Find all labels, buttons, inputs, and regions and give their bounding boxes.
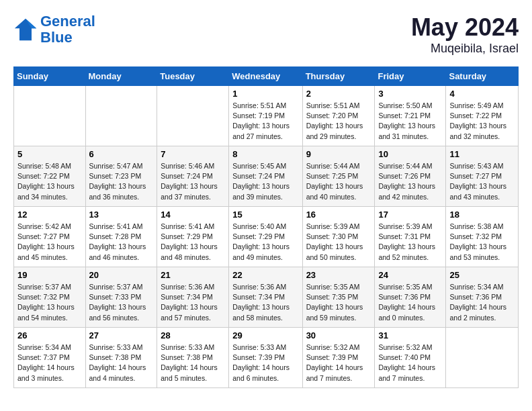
day-info: Sunrise: 5:38 AMSunset: 7:32 PMDaylight:… — [449, 222, 515, 263]
day-info: Sunrise: 5:48 AMSunset: 7:22 PMDaylight:… — [17, 161, 82, 202]
day-number: 28 — [161, 330, 225, 340]
day-info: Sunrise: 5:34 AMSunset: 7:37 PMDaylight:… — [17, 342, 82, 383]
day-info: Sunrise: 5:49 AMSunset: 7:22 PMDaylight:… — [449, 101, 515, 142]
calendar-cell: 18Sunrise: 5:38 AMSunset: 7:32 PMDayligh… — [446, 207, 519, 267]
calendar-cell — [157, 86, 229, 146]
day-info: Sunrise: 5:46 AMSunset: 7:24 PMDaylight:… — [161, 161, 225, 202]
day-info: Sunrise: 5:44 AMSunset: 7:26 PMDaylight:… — [378, 161, 442, 202]
day-number: 29 — [232, 330, 298, 340]
calendar-cell: 9Sunrise: 5:44 AMSunset: 7:25 PMDaylight… — [302, 146, 375, 207]
logo-text: General Blue — [40, 13, 95, 46]
calendar-cell: 26Sunrise: 5:34 AMSunset: 7:37 PMDayligh… — [14, 328, 86, 388]
logo-blue: Blue — [40, 29, 73, 46]
day-number: 10 — [378, 149, 442, 159]
calendar-cell — [14, 86, 86, 146]
day-info: Sunrise: 5:37 AMSunset: 7:32 PMDaylight:… — [17, 282, 82, 323]
calendar-cell: 10Sunrise: 5:44 AMSunset: 7:26 PMDayligh… — [375, 146, 446, 207]
day-info: Sunrise: 5:39 AMSunset: 7:30 PMDaylight:… — [306, 222, 371, 263]
day-info: Sunrise: 5:50 AMSunset: 7:21 PMDaylight:… — [378, 101, 442, 142]
calendar-cell: 3Sunrise: 5:50 AMSunset: 7:21 PMDaylight… — [375, 86, 446, 146]
weekday-header-thursday: Thursday — [302, 67, 375, 86]
day-number: 13 — [89, 210, 154, 220]
calendar-cell: 21Sunrise: 5:36 AMSunset: 7:34 PMDayligh… — [157, 267, 229, 328]
day-info: Sunrise: 5:32 AMSunset: 7:40 PMDaylight:… — [378, 342, 442, 383]
day-number: 2 — [306, 89, 371, 99]
calendar-cell: 6Sunrise: 5:47 AMSunset: 7:23 PMDaylight… — [85, 146, 157, 207]
calendar-cell: 30Sunrise: 5:32 AMSunset: 7:39 PMDayligh… — [302, 328, 375, 388]
day-info: Sunrise: 5:35 AMSunset: 7:35 PMDaylight:… — [306, 282, 371, 323]
day-info: Sunrise: 5:40 AMSunset: 7:29 PMDaylight:… — [232, 222, 298, 263]
day-info: Sunrise: 5:51 AMSunset: 7:20 PMDaylight:… — [306, 101, 371, 142]
day-number: 16 — [306, 210, 371, 220]
location: Muqeibila, Israel — [411, 42, 519, 56]
day-number: 1 — [232, 89, 298, 99]
day-number: 4 — [449, 89, 515, 99]
calendar-cell: 7Sunrise: 5:46 AMSunset: 7:24 PMDaylight… — [157, 146, 229, 207]
calendar-cell: 11Sunrise: 5:43 AMSunset: 7:27 PMDayligh… — [446, 146, 519, 207]
day-info: Sunrise: 5:44 AMSunset: 7:25 PMDaylight:… — [306, 161, 371, 202]
day-number: 8 — [232, 149, 298, 159]
logo: General Blue — [13, 13, 95, 46]
day-info: Sunrise: 5:36 AMSunset: 7:34 PMDaylight:… — [232, 282, 298, 323]
day-number: 18 — [449, 210, 515, 220]
day-number: 25 — [449, 270, 515, 280]
day-number: 11 — [449, 149, 515, 159]
day-number: 26 — [17, 330, 82, 340]
calendar-cell: 19Sunrise: 5:37 AMSunset: 7:32 PMDayligh… — [14, 267, 86, 328]
calendar-cell: 17Sunrise: 5:39 AMSunset: 7:31 PMDayligh… — [375, 207, 446, 267]
calendar-cell — [85, 86, 157, 146]
day-number: 22 — [232, 270, 298, 280]
day-info: Sunrise: 5:33 AMSunset: 7:38 PMDaylight:… — [161, 342, 225, 383]
day-info: Sunrise: 5:33 AMSunset: 7:38 PMDaylight:… — [89, 342, 154, 383]
week-row-2: 5Sunrise: 5:48 AMSunset: 7:22 PMDaylight… — [14, 146, 519, 207]
month-year: May 2024 — [411, 13, 519, 42]
calendar-cell: 29Sunrise: 5:33 AMSunset: 7:39 PMDayligh… — [229, 328, 302, 388]
day-number: 27 — [89, 330, 154, 340]
day-info: Sunrise: 5:32 AMSunset: 7:39 PMDaylight:… — [306, 342, 371, 383]
day-number: 20 — [89, 270, 154, 280]
calendar-cell: 2Sunrise: 5:51 AMSunset: 7:20 PMDaylight… — [302, 86, 375, 146]
day-info: Sunrise: 5:41 AMSunset: 7:29 PMDaylight:… — [161, 222, 225, 263]
calendar-cell: 25Sunrise: 5:34 AMSunset: 7:36 PMDayligh… — [446, 267, 519, 328]
calendar-cell: 1Sunrise: 5:51 AMSunset: 7:19 PMDaylight… — [229, 86, 302, 146]
day-number: 23 — [306, 270, 371, 280]
day-number: 3 — [378, 89, 442, 99]
day-number: 21 — [161, 270, 225, 280]
week-row-5: 26Sunrise: 5:34 AMSunset: 7:37 PMDayligh… — [14, 328, 519, 388]
weekday-header-wednesday: Wednesday — [229, 67, 302, 86]
calendar-cell — [446, 328, 519, 388]
weekday-header-sunday: Sunday — [14, 67, 86, 86]
day-number: 14 — [161, 210, 225, 220]
logo-general: General — [40, 13, 95, 30]
day-number: 24 — [378, 270, 442, 280]
day-info: Sunrise: 5:51 AMSunset: 7:19 PMDaylight:… — [232, 101, 298, 142]
calendar-cell: 5Sunrise: 5:48 AMSunset: 7:22 PMDaylight… — [14, 146, 86, 207]
calendar-cell: 13Sunrise: 5:41 AMSunset: 7:28 PMDayligh… — [85, 207, 157, 267]
weekday-header-monday: Monday — [85, 67, 157, 86]
title-block: May 2024 Muqeibila, Israel — [411, 13, 519, 56]
day-info: Sunrise: 5:35 AMSunset: 7:36 PMDaylight:… — [378, 282, 442, 323]
day-info: Sunrise: 5:47 AMSunset: 7:23 PMDaylight:… — [89, 161, 154, 202]
weekday-header-tuesday: Tuesday — [157, 67, 229, 86]
day-info: Sunrise: 5:39 AMSunset: 7:31 PMDaylight:… — [378, 222, 442, 263]
week-row-3: 12Sunrise: 5:42 AMSunset: 7:27 PMDayligh… — [14, 207, 519, 267]
day-number: 7 — [161, 149, 225, 159]
day-number: 9 — [306, 149, 371, 159]
day-number: 31 — [378, 330, 442, 340]
day-info: Sunrise: 5:36 AMSunset: 7:34 PMDaylight:… — [161, 282, 225, 323]
calendar-cell: 15Sunrise: 5:40 AMSunset: 7:29 PMDayligh… — [229, 207, 302, 267]
page-header: General Blue May 2024 Muqeibila, Israel — [13, 13, 519, 56]
day-info: Sunrise: 5:34 AMSunset: 7:36 PMDaylight:… — [449, 282, 515, 323]
calendar-cell: 20Sunrise: 5:37 AMSunset: 7:33 PMDayligh… — [85, 267, 157, 328]
weekday-header-row: SundayMondayTuesdayWednesdayThursdayFrid… — [14, 67, 519, 86]
day-number: 30 — [306, 330, 371, 340]
day-number: 12 — [17, 210, 82, 220]
day-info: Sunrise: 5:43 AMSunset: 7:27 PMDaylight:… — [449, 161, 515, 202]
calendar-cell: 28Sunrise: 5:33 AMSunset: 7:38 PMDayligh… — [157, 328, 229, 388]
day-info: Sunrise: 5:41 AMSunset: 7:28 PMDaylight:… — [89, 222, 154, 263]
calendar-cell: 14Sunrise: 5:41 AMSunset: 7:29 PMDayligh… — [157, 207, 229, 267]
calendar-cell: 16Sunrise: 5:39 AMSunset: 7:30 PMDayligh… — [302, 207, 375, 267]
calendar-cell: 27Sunrise: 5:33 AMSunset: 7:38 PMDayligh… — [85, 328, 157, 388]
week-row-1: 1Sunrise: 5:51 AMSunset: 7:19 PMDaylight… — [14, 86, 519, 146]
day-number: 6 — [89, 149, 154, 159]
